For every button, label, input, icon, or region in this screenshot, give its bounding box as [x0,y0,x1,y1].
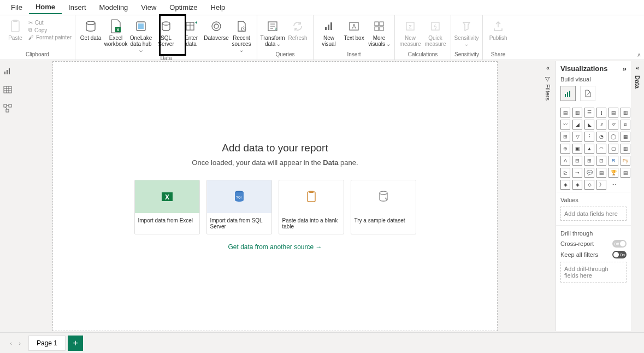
viz-key-influencers[interactable]: ⊵ [560,168,570,178]
viz-area[interactable]: ◢ [572,120,582,130]
viz-azure-map[interactable]: ▲ [584,144,594,154]
viz-clustered-column[interactable]: ⫿ [596,108,606,117]
get-data-button[interactable]: Get data [79,17,103,42]
expand-data-button[interactable]: « [636,64,639,71]
report-canvas[interactable]: Add data to your report Once loaded, you… [52,61,498,331]
values-dropzone[interactable]: Add data fields here [560,207,627,221]
build-tab[interactable] [560,86,576,101]
another-source-link[interactable]: Get data from another source → [122,243,428,251]
next-page-button[interactable]: › [15,340,24,346]
menu-view[interactable]: View [134,1,163,14]
viz-python[interactable]: Py [621,156,630,166]
add-page-button[interactable]: + [68,336,83,351]
transform-data-button[interactable]: Transform data ⌵ [261,17,285,48]
viz-decomposition[interactable]: ⊸ [572,168,582,178]
data-source-cards: X Import data from Excel SQL Import data… [122,180,428,234]
dataverse-button[interactable]: Dataverse [204,17,228,42]
viz-stacked-column[interactable]: ▥ [572,108,582,117]
viz-scatter[interactable]: ⋮ [584,132,594,142]
viz-goals[interactable]: 🏆 [608,168,618,178]
cross-report-toggle[interactable]: Off [612,240,627,248]
quick-measure-button[interactable]: Quick measure [423,17,447,48]
prev-page-button[interactable]: ‹ [7,340,15,346]
publish-button[interactable]: Publish [486,17,510,42]
sensitivity-button[interactable]: Sensitivity ⌵ [454,17,478,48]
data-pane-label[interactable]: Data [634,75,641,89]
card-import-sql[interactable]: SQL Import data from SQL Server [206,180,272,234]
menu-home[interactable]: Home [29,1,62,14]
card-sample-data[interactable]: Try a sample dataset [351,180,416,234]
viz-waterfall[interactable]: ⊞ [560,132,570,142]
viz-100-column[interactable]: ▥ [621,108,630,117]
viz-line[interactable]: 〰 [560,120,570,130]
viz-stacked-area[interactable]: ◣ [584,120,594,130]
paste-button[interactable]: Paste [3,17,27,42]
viz-map[interactable]: ⊕ [560,144,570,154]
data-view-button[interactable] [2,84,13,95]
expand-filters-button[interactable]: « [546,64,550,71]
card-import-excel[interactable]: X Import data from Excel [134,180,200,234]
viz-custom2[interactable]: 》 [596,180,606,190]
refresh-button[interactable]: Refresh [286,17,310,42]
svg-text:X: X [116,27,120,32]
viz-gauge[interactable]: ◠ [596,144,606,154]
viz-100-bar[interactable]: ▤ [608,108,618,117]
report-view-button[interactable] [2,66,13,77]
onelake-button[interactable]: OneLake data hub ⌵ [129,17,153,54]
viz-custom1[interactable]: ◇ [584,180,594,190]
viz-line-clustered[interactable]: ⩔ [608,120,618,130]
viz-automate[interactable]: ◈ [572,180,582,190]
data-pane-collapsed: « Data [631,61,644,331]
viz-table[interactable]: ⊞ [584,156,594,166]
menu-help[interactable]: Help [204,1,232,14]
svg-rect-22 [380,22,383,26]
sql-server-button[interactable]: SQL Server [154,17,178,48]
text-box-button[interactable]: A Text box [342,17,366,42]
viz-card[interactable]: ▢ [608,144,618,154]
menu-file[interactable]: File [4,1,29,14]
viz-line-stacked[interactable]: ⫽ [596,120,606,130]
menu-optimize[interactable]: Optimize [163,1,204,14]
menu-modeling[interactable]: Modeling [93,1,135,14]
viz-donut[interactable]: ◯ [608,132,618,142]
viz-matrix[interactable]: ⊡ [596,156,606,166]
more-visuals-button[interactable]: More visuals ⌵ [367,17,391,48]
viz-funnel[interactable]: ▽ [572,132,582,142]
viz-paginated[interactable]: ▤ [621,168,630,178]
viz-slicer[interactable]: ⊟ [572,156,582,166]
viz-ribbon[interactable]: ≋ [621,120,630,130]
viz-kpi[interactable]: A [560,156,570,166]
page-tab-1[interactable]: Page 1 [28,336,66,351]
format-tab[interactable] [580,86,595,101]
viz-r[interactable]: R [608,156,618,166]
copy-button[interactable]: ⧉Copy [28,27,72,33]
viz-treemap[interactable]: ▦ [621,132,630,142]
format-painter-button[interactable]: 🖌Format painter [28,34,72,40]
keep-filters-toggle[interactable]: On [612,251,627,258]
viz-filled-map[interactable]: ▣ [572,144,582,154]
viz-multi-card[interactable]: ▥ [621,144,630,154]
drill-dropzone[interactable]: Add drill-through fields here [560,262,627,283]
viz-qa[interactable]: 💬 [584,168,594,178]
enter-data-button[interactable]: + Enter data [179,17,203,48]
svg-rect-24 [380,27,383,31]
viz-clustered-bar[interactable]: ☰ [584,108,594,117]
viz-pie[interactable]: ◔ [596,132,606,142]
collapse-viz-button[interactable]: » [623,64,627,73]
viz-stacked-bar[interactable]: ▤ [560,108,570,117]
collapse-ribbon-button[interactable]: ʌ [637,51,641,57]
model-view-button[interactable] [2,103,13,114]
viz-powerapps[interactable]: ◈ [560,180,570,190]
viz-narrative[interactable]: ▤ [596,168,606,178]
excel-workbook-button[interactable]: X Excel workbook [104,17,128,48]
filters-label[interactable]: ▽ Filters [545,75,552,101]
sample-card-icon [351,180,416,213]
new-visual-button[interactable]: New visual [317,17,341,48]
recent-sources-button[interactable]: Recent sources ⌵ [229,17,253,54]
card-paste-data[interactable]: Paste data into a blank table [279,180,344,234]
viz-more[interactable]: ⋯ [608,180,618,190]
menu-insert[interactable]: Insert [62,1,93,14]
new-measure-button[interactable]: Σ New measure [398,17,422,48]
cut-button[interactable]: ✂Cut [28,20,72,26]
paste-card-icon [279,180,344,213]
